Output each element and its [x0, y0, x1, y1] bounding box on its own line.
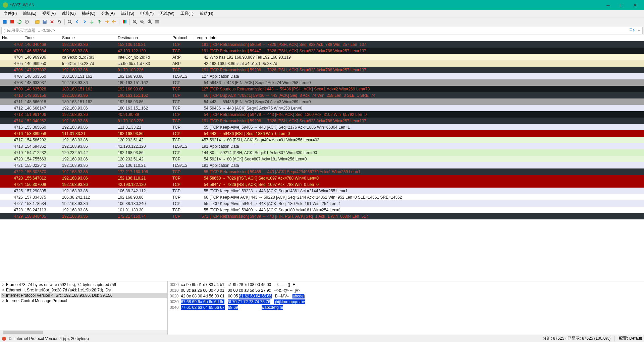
packet-row[interactable]: 4706147.227802192.168.93.8681.70.103.226…: [0, 67, 644, 73]
colorize-icon[interactable]: [121, 18, 128, 25]
packet-row[interactable]: 4712148.666147192.168.93.86180.163.151.1…: [0, 105, 644, 111]
menu-capture[interactable]: 捕获(C): [79, 10, 98, 17]
menu-file[interactable]: 文件(F): [1, 10, 19, 17]
svg-point-3: [26, 21, 28, 22]
packet-row[interactable]: 4726157.334375106.38.242.112192.168.93.8…: [0, 194, 644, 200]
packet-row[interactable]: 4717154.586292192.168.93.86120.232.51.42…: [0, 137, 644, 143]
start-capture-icon[interactable]: [1, 18, 8, 25]
packet-row[interactable]: 4707148.633560180.163.151.162192.168.93.…: [0, 73, 644, 79]
go-first-icon[interactable]: [96, 18, 103, 25]
svg-rect-21: [155, 20, 159, 23]
packet-row[interactable]: 4718154.694362192.168.93.8642.193.122.12…: [0, 143, 644, 149]
packet-row[interactable]: 4708148.633937192.168.93.86180.163.151.1…: [0, 79, 644, 86]
filter-bookmark-icon[interactable]: ▯: [2, 28, 7, 33]
packet-row[interactable]: 4729158.848405192.168.93.86172.217.160.7…: [0, 213, 644, 219]
menu-tools[interactable]: 工具(T): [178, 10, 196, 17]
menu-help[interactable]: 帮助(H): [197, 10, 216, 17]
close-file-icon[interactable]: [49, 18, 55, 25]
col-header-source[interactable]: Source: [62, 36, 118, 40]
svg-rect-1: [10, 20, 14, 23]
toolbar-sep: [129, 19, 130, 25]
col-header-proto[interactable]: Protocol: [172, 36, 195, 40]
packet-bytes-hex[interactable]: 0000 ca 9e 6b d1 d7 83 a4 b1 c1 9b 28 7d…: [168, 281, 644, 335]
zoom-out-icon[interactable]: [139, 18, 146, 25]
packet-row[interactable]: 4705146.969950IntelCor_9b:28:7dca:9e:6b:…: [0, 60, 644, 67]
packet-row[interactable]: 4715153.365650192.168.93.86111.31.33.21T…: [0, 124, 644, 130]
packet-row[interactable]: 4713151.961406192.168.93.8640.91.80.89TC…: [0, 111, 644, 118]
go-to-packet-icon[interactable]: [89, 18, 95, 25]
titlebar: *WYZ_WLAN ─ ▢ ✕: [0, 0, 644, 10]
tree-line: >Ethernet II, Src: IntelCor_9b:28:7d (a4…: [1, 287, 167, 293]
display-filter-input[interactable]: [7, 28, 628, 33]
col-header-dest[interactable]: Destination: [118, 36, 172, 40]
packet-row[interactable]: 4723155.647812192.168.93.86152.136.110.2…: [0, 175, 644, 181]
packet-row[interactable]: 4714152.040262192.168.93.8681.70.103.226…: [0, 118, 644, 124]
expert-info-icon[interactable]: [2, 337, 6, 341]
col-header-no[interactable]: No.: [0, 36, 25, 40]
packet-row[interactable]: 4711148.666018180.163.151.162192.168.93.…: [0, 98, 644, 105]
packet-row[interactable]: 4704146.969936ca:9e:6b:d1:d7:83IntelCor_…: [0, 54, 644, 60]
tree-line: >Frame 473: 74 bytes on wire (592 bits),…: [1, 282, 167, 287]
packet-list[interactable]: 4702146.040468192.168.93.86152.136.110.2…: [0, 41, 644, 281]
minimize-button[interactable]: ─: [606, 3, 610, 7]
packet-row[interactable]: 4725157.290895192.168.93.86106.38.242.11…: [0, 188, 644, 194]
tree-line: >Internet Control Message Protocol: [1, 298, 167, 303]
packet-details-tree[interactable]: >Frame 473: 74 bytes on wire (592 bits),…: [0, 281, 168, 335]
filter-add-button[interactable]: +: [636, 28, 642, 33]
packet-row[interactable]: 4702146.040468192.168.93.86152.136.110.2…: [0, 41, 644, 48]
svg-point-6: [68, 20, 71, 23]
toolbar-sep: [32, 19, 32, 25]
svg-rect-8: [123, 20, 124, 23]
filter-dropdown-icon[interactable]: [628, 28, 636, 33]
menu-telephony[interactable]: 电话(Y): [138, 10, 156, 17]
packet-row[interactable]: 4703146.693934192.168.93.8642.193.122.12…: [0, 48, 644, 54]
packet-row[interactable]: 4710148.635156192.168.93.86180.163.151.1…: [0, 92, 644, 98]
col-header-length[interactable]: Length: [195, 36, 210, 40]
menu-analyze[interactable]: 分析(A): [99, 10, 117, 17]
packet-row[interactable]: 4719154.712232120.232.51.42192.168.93.86…: [0, 149, 644, 156]
packet-row[interactable]: 4728158.242113192.168.93.86101.91.133.30…: [0, 207, 644, 213]
col-header-info[interactable]: Info: [210, 36, 644, 40]
svg-line-7: [70, 22, 72, 24]
find-icon[interactable]: [66, 18, 73, 25]
packet-row[interactable]: 4721155.022642192.168.93.86152.136.110.2…: [0, 162, 644, 168]
packet-row[interactable]: 4716153.389058111.31.33.21192.168.93.86T…: [0, 130, 644, 137]
packet-row[interactable]: 4709148.635028180.163.151.162192.168.93.…: [0, 86, 644, 92]
packet-row[interactable]: 4727158.178534192.168.93.86106.38.180.24…: [0, 200, 644, 207]
packet-row[interactable]: 4724156.307008192.168.93.8642.193.122.12…: [0, 181, 644, 188]
auto-scroll-icon[interactable]: [111, 18, 117, 25]
zoom-reset-icon[interactable]: 1: [146, 18, 153, 25]
capture-file-properties-icon[interactable]: ⧉: [9, 336, 12, 341]
menu-wireless[interactable]: 无线(W): [157, 10, 176, 17]
go-last-icon[interactable]: [103, 18, 110, 25]
statusbar: ⧉ Internet Protocol Version 4 (ip), 20 b…: [0, 335, 644, 342]
window-title: *WYZ_WLAN: [10, 3, 606, 7]
zoom-in-icon[interactable]: [131, 18, 138, 25]
toolbar: 1: [0, 17, 644, 26]
maximize-button[interactable]: ▢: [619, 3, 624, 7]
resize-columns-icon[interactable]: [154, 18, 160, 25]
filter-bar: ▯ +: [1, 27, 643, 34]
packet-row[interactable]: 4720154.755663192.168.93.86120.232.51.42…: [0, 156, 644, 162]
menu-view[interactable]: 视图(V): [40, 10, 58, 17]
svg-rect-0: [3, 20, 6, 23]
tree-line-selected: >Internet Protocol Version 4, Src: 192.1…: [1, 293, 167, 298]
packet-row[interactable]: 4722155.302370192.168.93.86172.217.160.1…: [0, 168, 644, 175]
restart-capture-icon[interactable]: [16, 18, 23, 25]
col-header-time[interactable]: Time: [25, 36, 62, 40]
menubar: 文件(F) 编辑(E) 视图(V) 跳转(G) 捕获(C) 分析(A) 统计(S…: [0, 10, 644, 17]
stop-capture-icon[interactable]: [9, 18, 15, 25]
open-file-icon[interactable]: [34, 18, 41, 25]
status-packets: 分组: 87625 · 已显示: 87625 (100.0%): [543, 336, 610, 341]
reload-icon[interactable]: [56, 18, 63, 25]
menu-edit[interactable]: 编辑(E): [20, 10, 39, 17]
go-back-icon[interactable]: [74, 18, 80, 25]
menu-statistics[interactable]: 统计(S): [118, 10, 137, 17]
capture-options-icon[interactable]: [23, 18, 30, 25]
go-forward-icon[interactable]: [81, 18, 88, 25]
save-file-icon[interactable]: [41, 18, 48, 25]
tree-horizontal-scrollbar[interactable]: [0, 330, 167, 335]
close-button[interactable]: ✕: [633, 3, 637, 7]
status-profile[interactable]: 配置: Default: [619, 336, 642, 341]
menu-go[interactable]: 跳转(G): [59, 10, 78, 17]
